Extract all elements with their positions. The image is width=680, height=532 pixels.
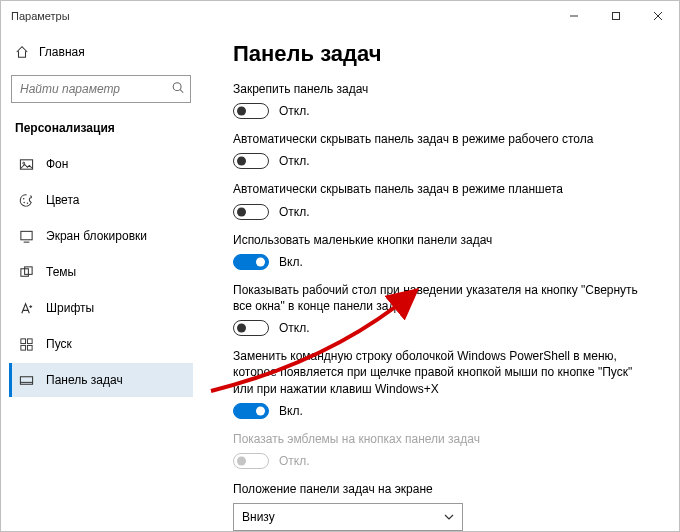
setting-label: Использовать маленькие кнопки панели зад… xyxy=(233,232,651,248)
setting-5: Заменить командную строку оболочкой Wind… xyxy=(233,348,651,419)
setting-label: Показывать рабочий стол при наведении ук… xyxy=(233,282,651,314)
svg-rect-19 xyxy=(21,345,26,350)
search-input[interactable] xyxy=(11,75,191,103)
setting-label: Показать эмблемы на кнопках панели задач xyxy=(233,431,651,447)
toggle-state: Откл. xyxy=(279,454,310,468)
dropdown-value: Внизу xyxy=(242,510,275,524)
toggle-state: Откл. xyxy=(279,104,310,118)
toggle-switch[interactable] xyxy=(233,254,269,270)
svg-rect-1 xyxy=(613,13,620,20)
setting-label: Положение панели задач на экране xyxy=(233,481,651,497)
home-label: Главная xyxy=(39,45,85,59)
sidebar-item-start[interactable]: Пуск xyxy=(9,327,193,361)
sidebar-item-label: Фон xyxy=(46,157,68,171)
page-title: Панель задач xyxy=(233,41,651,67)
toggle-switch[interactable] xyxy=(233,403,269,419)
window-title: Параметры xyxy=(11,10,70,22)
minimize-button[interactable] xyxy=(553,1,595,31)
setting-position: Положение панели задач на экране Внизу xyxy=(233,481,651,531)
window-controls xyxy=(553,1,679,31)
svg-point-9 xyxy=(23,201,25,203)
sidebar-item-label: Панель задач xyxy=(46,373,123,387)
lockscreen-icon xyxy=(19,229,34,244)
svg-rect-11 xyxy=(21,231,32,239)
sidebar-item-colors[interactable]: Цвета xyxy=(9,183,193,217)
sidebar-item-label: Цвета xyxy=(46,193,79,207)
picture-icon xyxy=(19,157,34,172)
toggle-switch[interactable] xyxy=(233,320,269,336)
sidebar-item-taskbar[interactable]: Панель задач xyxy=(9,363,193,397)
svg-rect-20 xyxy=(27,345,32,350)
toggle-state: Откл. xyxy=(279,154,310,168)
close-button[interactable] xyxy=(637,1,679,31)
sidebar-item-fonts[interactable]: Шрифты xyxy=(9,291,193,325)
setting-label: Автоматически скрывать панель задач в ре… xyxy=(233,181,651,197)
setting-6: Показать эмблемы на кнопках панели задач… xyxy=(233,431,651,469)
home-link[interactable]: Главная xyxy=(9,37,193,67)
svg-rect-18 xyxy=(27,338,32,343)
titlebar: Параметры xyxy=(1,1,679,31)
svg-rect-21 xyxy=(20,376,32,384)
toggle-switch xyxy=(233,453,269,469)
main-panel: Панель задач Закрепить панель задач Откл… xyxy=(201,31,679,531)
toggle-switch[interactable] xyxy=(233,103,269,119)
sidebar-item-background[interactable]: Фон xyxy=(9,147,193,181)
svg-point-10 xyxy=(27,202,29,204)
toggle-state: Вкл. xyxy=(279,255,303,269)
toggle-switch[interactable] xyxy=(233,204,269,220)
sidebar-item-label: Экран блокировки xyxy=(46,229,147,243)
setting-4: Показывать рабочий стол при наведении ук… xyxy=(233,282,651,336)
toggle-state: Откл. xyxy=(279,321,310,335)
toggle-state: Откл. xyxy=(279,205,310,219)
section-label: Персонализация xyxy=(9,115,193,145)
home-icon xyxy=(15,45,29,59)
fonts-icon xyxy=(19,301,34,316)
setting-label: Закрепить панель задач xyxy=(233,81,651,97)
sidebar: Главная Персонализация Фон Цвета Экран б… xyxy=(1,31,201,531)
svg-rect-6 xyxy=(20,159,32,168)
setting-2: Автоматически скрывать панель задач в ре… xyxy=(233,181,651,219)
svg-point-8 xyxy=(23,197,25,199)
search-box[interactable] xyxy=(11,75,191,103)
taskbar-icon xyxy=(19,373,34,388)
chevron-down-icon xyxy=(444,512,454,522)
setting-0: Закрепить панель задач Откл. xyxy=(233,81,651,119)
sidebar-item-themes[interactable]: Темы xyxy=(9,255,193,289)
svg-point-4 xyxy=(173,83,181,91)
svg-point-7 xyxy=(23,162,25,164)
setting-3: Использовать маленькие кнопки панели зад… xyxy=(233,232,651,270)
palette-icon xyxy=(19,193,34,208)
toggle-switch[interactable] xyxy=(233,153,269,169)
sidebar-item-label: Пуск xyxy=(46,337,72,351)
start-icon xyxy=(19,337,34,352)
search-icon xyxy=(171,81,185,98)
maximize-button[interactable] xyxy=(595,1,637,31)
setting-1: Автоматически скрывать панель задач в ре… xyxy=(233,131,651,169)
position-dropdown[interactable]: Внизу xyxy=(233,503,463,531)
setting-label: Заменить командную строку оболочкой Wind… xyxy=(233,348,651,397)
setting-label: Автоматически скрывать панель задач в ре… xyxy=(233,131,651,147)
themes-icon xyxy=(19,265,34,280)
sidebar-item-lockscreen[interactable]: Экран блокировки xyxy=(9,219,193,253)
sidebar-item-label: Темы xyxy=(46,265,76,279)
svg-rect-17 xyxy=(21,338,26,343)
sidebar-item-label: Шрифты xyxy=(46,301,94,315)
svg-line-5 xyxy=(180,90,183,93)
toggle-state: Вкл. xyxy=(279,404,303,418)
